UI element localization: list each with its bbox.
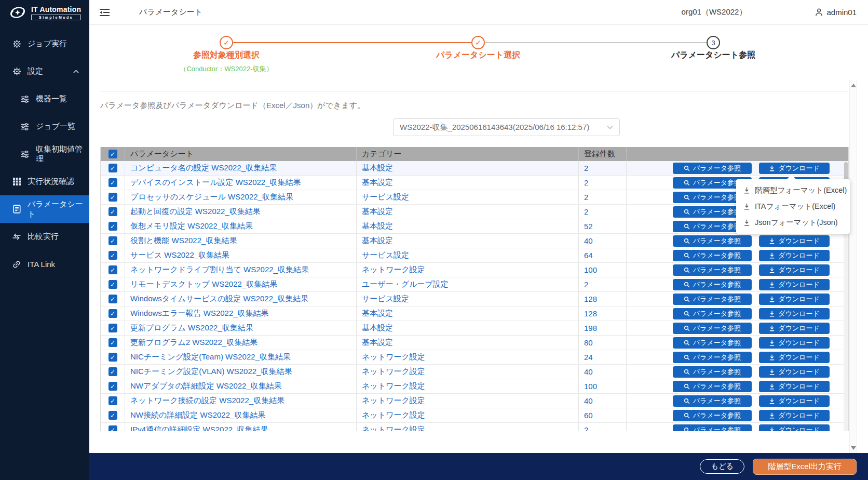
app-logo[interactable]: IT Automation SimpleMode [0,0,89,25]
sheet-name-link[interactable]: 更新プログラム WS2022_収集結果 [130,323,253,333]
select-all-checkbox[interactable]: ✓ [108,150,117,158]
parameter-view-button[interactable]: パラメータ参照 [673,323,752,334]
parameter-view-button[interactable]: パラメータ参照 [673,308,752,319]
row-checkbox[interactable]: ✓ [108,353,117,362]
sheet-name-link[interactable]: 起動と回復の設定 WS2022_収集結果 [130,207,261,217]
row-checkbox[interactable]: ✓ [108,193,117,202]
sheet-name-link[interactable]: Windowsタイムサービスの設定 WS2022_収集結果 [130,294,308,304]
sheet-name-link[interactable]: NICチーミング設定(Team) WS2022_収集結果 [130,352,291,362]
category-link[interactable]: ネットワーク設定 [362,265,425,275]
category-link[interactable]: ネットワーク設定 [362,396,425,406]
sidebar-item-settings[interactable]: 設定 [0,58,89,85]
row-checkbox[interactable]: ✓ [108,338,117,347]
download-button[interactable]: ダウンロード [759,264,830,276]
category-link[interactable]: サービス設定 [362,294,409,304]
row-checkbox[interactable]: ✓ [108,425,117,431]
parameter-view-button[interactable]: パラメータ参照 [673,381,752,392]
sidebar-item-parameter-sheet[interactable]: パラメータシート [0,195,89,223]
category-link[interactable]: ネットワーク設定 [362,425,425,431]
row-checkbox[interactable]: ✓ [108,236,117,245]
category-link[interactable]: 基本設定 [362,236,393,246]
parameter-view-button[interactable]: パラメータ参照 [673,235,752,247]
category-link[interactable]: ネットワーク設定 [362,367,425,377]
category-link[interactable]: ユーザー・グループ設定 [362,279,449,289]
download-button[interactable]: ダウンロード [759,395,830,407]
parameter-view-button[interactable]: パラメータ参照 [673,366,752,378]
row-checkbox[interactable]: ✓ [108,207,117,216]
download-button[interactable]: ダウンロード [759,366,830,378]
sidebar-item-device-list[interactable]: 機器一覧 [0,85,89,113]
category-link[interactable]: 基本設定 [362,338,393,348]
category-link[interactable]: 基本設定 [362,207,393,217]
category-link[interactable]: 基本設定 [362,309,393,318]
parameter-view-button[interactable]: パラメータ参照 [673,264,752,276]
row-checkbox[interactable]: ✓ [108,178,117,187]
parameter-view-button[interactable]: パラメータ参照 [673,250,752,261]
row-checkbox[interactable]: ✓ [108,396,117,405]
row-checkbox[interactable]: ✓ [108,382,117,391]
download-button[interactable]: ダウンロード [759,279,830,290]
category-link[interactable]: ネットワーク設定 [362,352,425,362]
row-checkbox[interactable]: ✓ [108,222,117,231]
sheet-name-link[interactable]: IPv4通信の詳細設定 WS2022_収集結果 [130,425,268,431]
sidebar-item-job-run[interactable]: ジョブ実行 [0,30,89,58]
scroll-up-arrow[interactable] [851,84,856,87]
download-button[interactable]: ダウンロード [759,235,830,247]
parameter-view-button[interactable]: パラメータ参照 [673,395,752,407]
parameter-view-button[interactable]: パラメータ参照 [673,294,752,305]
parameter-view-button[interactable]: パラメータ参照 [673,337,752,349]
download-format-option[interactable]: ITAフォーマット(Excel) [736,198,850,215]
sheet-name-link[interactable]: NW接続の詳細設定 WS2022_収集結果 [130,410,265,420]
sidebar-item-initial-value[interactable]: 収集初期値管理 [0,140,89,168]
row-checkbox[interactable]: ✓ [108,324,117,332]
category-link[interactable]: 基本設定 [362,221,393,231]
download-format-option[interactable]: Jsonフォーマット(Json) [736,215,850,231]
row-checkbox[interactable]: ✓ [108,251,117,260]
category-link[interactable]: サービス設定 [362,250,409,260]
sheet-name-link[interactable]: ネットワークドライブ割り当て WS2022_収集結果 [130,265,309,275]
row-checkbox[interactable]: ✓ [108,280,117,289]
export-excel-button[interactable]: 階層型Excel出力実行 [753,459,857,475]
sheet-name-link[interactable]: Windowsエラー報告 WS2022_収集結果 [130,309,269,318]
sheet-name-link[interactable]: 役割と機能 WS2022_収集結果 [130,236,237,246]
user-menu[interactable]: admin01 [815,8,857,17]
download-button[interactable]: ダウンロード [759,308,830,319]
sidebar-item-compare-run[interactable]: 比較実行 [0,223,89,250]
download-format-option[interactable]: 階層型フォーマット(Excel) [736,182,850,198]
row-checkbox[interactable]: ✓ [108,295,117,303]
content-scrollbar[interactable] [849,81,857,453]
sheet-name-link[interactable]: 更新プログラム2 WS2022_収集結果 [130,338,257,348]
sheet-name-link[interactable]: プロセッサのスケジュール WS2022_収集結果 [130,192,293,202]
sidebar-item-exec-status[interactable]: 実行状況確認 [0,168,89,195]
parameter-view-button[interactable]: パラメータ参照 [673,352,752,363]
sheet-name-link[interactable]: NICチーミング設定(VLAN) WS2022_収集結果 [130,367,292,377]
menu-fold-icon[interactable] [99,7,110,18]
category-link[interactable]: ネットワーク設定 [362,410,425,420]
category-link[interactable]: サービス設定 [362,192,409,202]
row-checkbox[interactable]: ✓ [108,367,117,376]
download-button[interactable]: ダウンロード [759,323,830,334]
category-link[interactable]: 基本設定 [362,323,393,333]
category-link[interactable]: ネットワーク設定 [362,381,425,391]
category-link[interactable]: 基本設定 [362,178,393,188]
download-button[interactable]: ダウンロード [759,163,830,174]
download-button[interactable]: ダウンロード [759,410,830,421]
scroll-down-arrow[interactable] [851,446,856,450]
sheet-name-link[interactable]: デバイスのインストール設定 WS2022_収集結果 [130,178,301,188]
sheet-name-link[interactable]: コンピュータ名の設定 WS2022_収集結果 [130,163,277,173]
download-button[interactable]: ダウンロード [759,352,830,363]
sidebar-item-ita-link[interactable]: ITA Link [0,250,89,278]
parameter-view-button[interactable]: パラメータ参照 [673,424,752,432]
sheet-name-link[interactable]: 仮想メモリ設定 WS2022_収集結果 [130,221,253,231]
download-button[interactable]: ダウンロード [759,424,830,432]
sheet-name-link[interactable]: NWアダプタの詳細設定 WS2022_収集結果 [130,381,282,391]
result-select[interactable]: WS2022-収集_20250616143643(2025/06/16 16:1… [393,118,620,136]
sheet-name-link[interactable]: リモートデスクトップ WS2022_収集結果 [130,279,277,289]
download-button[interactable]: ダウンロード [759,381,830,392]
download-button[interactable]: ダウンロード [759,294,830,305]
download-button[interactable]: ダウンロード [759,250,830,261]
download-button[interactable]: ダウンロード [759,337,830,349]
row-checkbox[interactable]: ✓ [108,265,117,274]
category-link[interactable]: 基本設定 [362,163,393,173]
sheet-name-link[interactable]: サービス WS2022_収集結果 [130,250,229,260]
